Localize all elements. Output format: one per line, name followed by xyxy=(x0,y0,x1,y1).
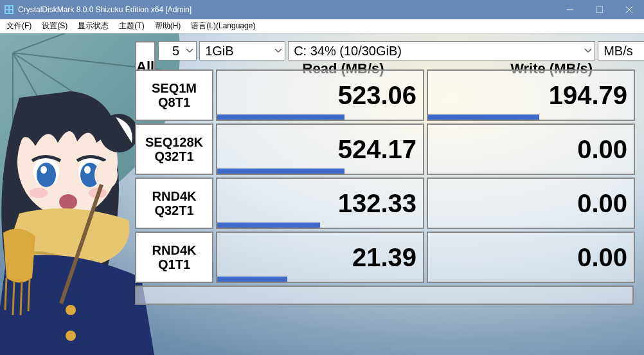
test-label-2: Q32T1 xyxy=(154,203,193,217)
test-row: SEQ1MQ8T1523.06194.79 xyxy=(135,69,636,121)
read-result: 523.06 xyxy=(216,69,424,121)
content-area: All 5 1GiB C: 34% (10/30GiB) xyxy=(0,33,644,355)
read-bar xyxy=(217,168,344,174)
status-footer xyxy=(135,286,634,305)
drive-value: C: 34% (10/30GiB) xyxy=(294,44,402,59)
svg-rect-2 xyxy=(596,6,603,13)
read-bar xyxy=(217,277,287,282)
test-label-1: SEQ128K xyxy=(145,135,203,149)
chevron-down-icon xyxy=(584,47,592,55)
menu-language[interactable]: 语言(L)(Language) xyxy=(186,19,260,33)
test-row: SEQ128KQ32T1524.170.00 xyxy=(135,123,636,175)
write-value: 0.00 xyxy=(577,243,627,272)
minimize-button[interactable] xyxy=(555,0,585,19)
svg-point-28 xyxy=(66,331,76,341)
write-value: 0.00 xyxy=(577,189,627,218)
window-title: CrystalDiskMark 8.0.0 Shizuku Edition x6… xyxy=(18,5,555,14)
svg-point-27 xyxy=(66,305,76,315)
write-value: 0.00 xyxy=(577,135,627,164)
svg-point-15 xyxy=(37,163,56,187)
write-result: 0.00 xyxy=(427,178,635,229)
test-button-0[interactable]: SEQ1MQ8T1 xyxy=(135,69,213,121)
read-value: 523.06 xyxy=(338,81,416,110)
maximize-button[interactable] xyxy=(585,0,614,19)
test-label-2: Q32T1 xyxy=(154,149,193,163)
svg-point-19 xyxy=(84,166,91,174)
test-count-select[interactable]: 5 xyxy=(158,41,197,60)
read-result: 132.33 xyxy=(216,178,424,229)
drive-select[interactable]: C: 34% (10/30GiB) xyxy=(288,41,595,60)
read-result: 21.39 xyxy=(216,232,424,283)
test-label-2: Q1T1 xyxy=(158,257,190,271)
test-button-2[interactable]: RND4KQ32T1 xyxy=(135,178,213,229)
svg-point-16 xyxy=(40,166,47,174)
test-label-1: SEQ1M xyxy=(152,81,197,95)
test-label-2: Q8T1 xyxy=(158,95,190,109)
close-button[interactable] xyxy=(614,0,644,19)
chevron-down-icon xyxy=(274,47,282,55)
read-bar xyxy=(217,114,344,120)
menu-theme[interactable]: 主题(T) xyxy=(114,19,149,33)
read-value: 21.39 xyxy=(352,243,416,272)
menu-view[interactable]: 显示状态 xyxy=(73,19,114,33)
write-result: 194.79 xyxy=(427,69,635,121)
test-size-select[interactable]: 1GiB xyxy=(199,41,285,60)
read-result: 524.17 xyxy=(216,123,424,175)
svg-line-26 xyxy=(28,279,30,311)
write-value: 194.79 xyxy=(549,81,627,110)
menu-help[interactable]: 帮助(H) xyxy=(150,19,186,33)
read-value: 524.17 xyxy=(338,135,416,164)
unit-select[interactable]: MB/s xyxy=(598,41,644,60)
read-value: 132.33 xyxy=(338,189,416,218)
svg-point-20 xyxy=(59,194,77,210)
test-row: RND4KQ1T121.390.00 xyxy=(135,232,636,283)
svg-line-23 xyxy=(5,278,6,310)
test-label-1: RND4K xyxy=(152,189,197,203)
write-result: 0.00 xyxy=(427,232,635,283)
app-icon xyxy=(4,5,14,15)
menu-settings[interactable]: 设置(S) xyxy=(37,19,73,33)
menubar: 文件(F) 设置(S) 显示状态 主题(T) 帮助(H) 语言(L)(Langu… xyxy=(0,19,644,33)
svg-point-21 xyxy=(30,188,48,198)
svg-point-29 xyxy=(94,161,118,189)
svg-line-25 xyxy=(21,281,22,315)
titlebar: CrystalDiskMark 8.0.0 Shizuku Edition x6… xyxy=(0,0,644,19)
write-result: 0.00 xyxy=(427,123,635,175)
svg-line-24 xyxy=(13,281,14,315)
test-button-1[interactable]: SEQ128KQ32T1 xyxy=(135,123,213,175)
read-bar xyxy=(217,223,320,228)
benchmark-panel: All 5 1GiB C: 34% (10/30GiB) xyxy=(135,41,636,305)
menu-file[interactable]: 文件(F) xyxy=(1,19,37,33)
chevron-down-icon xyxy=(186,47,193,55)
write-bar xyxy=(428,114,539,120)
test-count-value: 5 xyxy=(172,44,179,59)
test-row: RND4KQ32T1132.330.00 xyxy=(135,178,636,229)
test-label-1: RND4K xyxy=(152,243,197,257)
test-button-3[interactable]: RND4KQ1T1 xyxy=(135,232,213,283)
unit-value: MB/s xyxy=(604,44,633,59)
test-size-value: 1GiB xyxy=(205,44,233,59)
